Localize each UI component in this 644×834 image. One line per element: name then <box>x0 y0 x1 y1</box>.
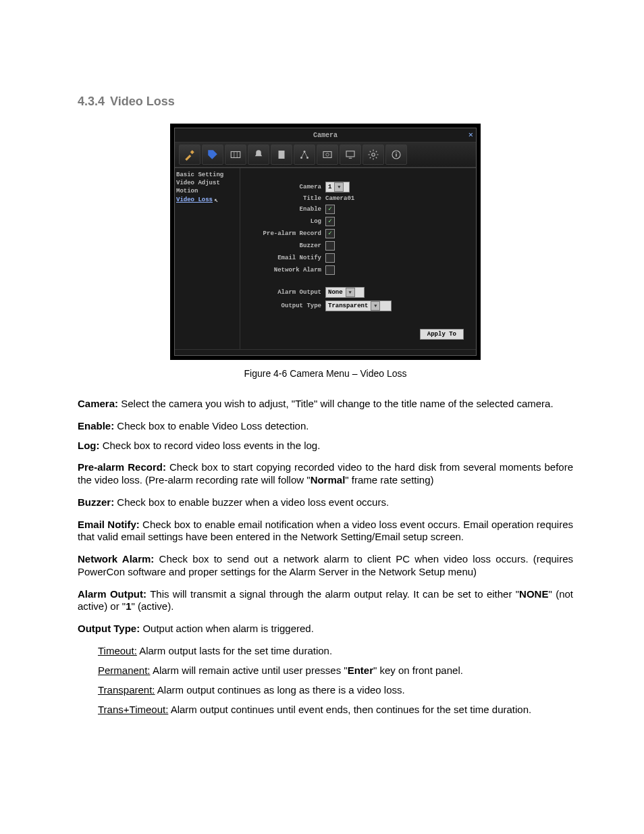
desc-buzzer-label: Buzzer: <box>78 496 114 508</box>
gear-icon[interactable] <box>363 145 384 165</box>
svg-rect-4 <box>279 151 285 159</box>
desc-alarmout-text1: This will transmit a signal through the … <box>146 588 519 600</box>
chevron-down-icon: ▼ <box>346 288 355 297</box>
desc-enable-label: Enable: <box>78 420 114 432</box>
label-enable: Enable <box>247 206 325 213</box>
close-icon[interactable]: ✕ <box>468 130 473 140</box>
settings-panel: Camera 1▼ Title Camera01 Enable ✓ Log ✓ <box>240 168 476 349</box>
svg-point-9 <box>326 153 329 157</box>
photo-icon[interactable] <box>317 145 338 165</box>
desc-enable-text: Check box to enable Video Loss detection… <box>114 420 308 432</box>
camera-select[interactable]: 1▼ <box>325 182 350 192</box>
bell-icon[interactable] <box>248 145 269 165</box>
email-checkbox[interactable] <box>325 253 335 263</box>
desc-alarmout-text3: " (active). <box>132 600 174 612</box>
monitor-icon[interactable] <box>340 145 361 165</box>
label-prealarm: Pre-alarm Record <box>247 230 325 237</box>
sub-timeout: Timeout: Alarm output lasts for the set … <box>98 645 573 656</box>
statusbar <box>175 349 476 355</box>
desc-prealarm-text2: " frame rate setting) <box>345 474 433 486</box>
prealarm-checkbox[interactable]: ✓ <box>325 229 335 238</box>
sub-permanent-enter: Enter <box>348 664 373 676</box>
desc-netalarm: Network Alarm: Check box to send out a n… <box>78 553 573 579</box>
sidebar-item-motion[interactable]: Motion <box>176 187 238 195</box>
output-type-value: Transparent <box>328 303 368 309</box>
titlebar: Camera ✕ <box>175 128 476 142</box>
desc-log: Log: Check box to record video loss even… <box>78 440 573 452</box>
label-log: Log <box>247 218 325 225</box>
desc-outtype: Output Type: Output action when alarm is… <box>78 623 573 635</box>
alarm-output-select[interactable]: None▼ <box>325 287 365 298</box>
svg-rect-8 <box>323 152 331 158</box>
desc-camera: Camera: Select the camera you wish to ad… <box>78 398 573 411</box>
desc-prealarm: Pre-alarm Record: Check box to start cop… <box>78 461 573 487</box>
sub-timeout-text: Alarm output lasts for the set time dura… <box>137 645 332 656</box>
label-title: Title <box>247 195 325 202</box>
figure-caption: Figure 4-6 Camera Menu – Video Loss <box>78 368 573 379</box>
chevron-down-icon: ▼ <box>371 301 380 311</box>
sidebar-item-basic-setting[interactable]: Basic Setting <box>176 171 238 179</box>
desc-buzzer: Buzzer: Check box to enable buzzer when … <box>78 496 573 509</box>
log-checkbox[interactable]: ✓ <box>325 217 335 226</box>
desc-netalarm-label: Network Alarm: <box>78 553 154 565</box>
sub-transtime: Trans+Timeout: Alarm output continues un… <box>98 704 573 715</box>
label-network: Network Alarm <box>247 267 325 273</box>
sidebar-item-video-adjust[interactable]: Video Adjust <box>176 179 238 187</box>
label-email: Email Notify <box>247 255 325 261</box>
section-title: Video Loss <box>110 95 175 108</box>
title-value: Camera01 <box>325 195 354 202</box>
svg-rect-10 <box>346 151 354 157</box>
tag-icon[interactable] <box>202 145 223 165</box>
wrench-icon[interactable] <box>179 145 200 165</box>
desc-camera-label: Camera: <box>78 398 118 409</box>
enable-checkbox[interactable]: ✓ <box>325 205 335 214</box>
buzzer-checkbox[interactable] <box>325 241 335 251</box>
desc-prealarm-label: Pre-alarm Record: <box>78 461 166 473</box>
label-buzzer: Buzzer <box>247 242 325 249</box>
label-alarm-output: Alarm Output <box>247 289 325 296</box>
desc-email-text: Check box to enable email notification w… <box>78 519 573 543</box>
doc-icon[interactable] <box>271 145 292 165</box>
section-heading: 4.3.4Video Loss <box>78 95 573 109</box>
desc-alarmout-none: NONE <box>519 588 548 600</box>
camera-window: Camera ✕ Basic Setting Video Adjust <box>174 128 477 356</box>
desc-prealarm-normal: Normal <box>311 474 346 486</box>
sidebar-item-label: Video Loss <box>176 197 213 203</box>
sub-permanent-text1: Alarm will remain active until user pres… <box>151 664 348 676</box>
desc-log-text: Check box to record video loss events in… <box>99 440 320 451</box>
sub-permanent-label: Permanent: <box>98 664 151 676</box>
sub-transtime-label: Trans+Timeout: <box>98 704 168 715</box>
desc-outtype-label: Output Type: <box>78 623 140 634</box>
desc-alarmout: Alarm Output: This will transmit a signa… <box>78 588 573 614</box>
sidebar: Basic Setting Video Adjust Motion Video … <box>175 168 240 349</box>
desc-outtype-text: Output action when alarm is triggered. <box>140 623 314 634</box>
cursor-icon: ↖ <box>214 196 218 205</box>
window-title: Camera <box>313 132 338 139</box>
sub-permanent: Permanent: Alarm will remain active unti… <box>98 664 573 676</box>
sub-transparent-label: Transparent: <box>98 684 155 696</box>
desc-alarmout-one: 1 <box>126 600 131 612</box>
grid-icon[interactable] <box>225 145 246 165</box>
sub-timeout-label: Timeout: <box>98 645 137 656</box>
embedded-screenshot: Camera ✕ Basic Setting Video Adjust <box>170 124 481 360</box>
desc-email: Email Notify: Check box to enable email … <box>78 519 573 544</box>
sub-permanent-text2: " key on front panel. <box>373 664 463 676</box>
svg-point-12 <box>372 153 375 157</box>
sub-transparent-text: Alarm output continues as long as there … <box>155 684 405 696</box>
toolbar <box>175 142 476 167</box>
info-icon[interactable] <box>385 145 407 165</box>
alarm-output-value: None <box>328 289 343 296</box>
chevron-down-icon: ▼ <box>334 182 344 192</box>
svg-rect-1 <box>231 152 240 158</box>
sub-transparent: Transparent: Alarm output continues as l… <box>98 684 573 696</box>
network-checkbox[interactable] <box>325 265 335 275</box>
svg-marker-0 <box>208 150 217 159</box>
section-number: 4.3.4 <box>78 95 105 108</box>
sub-transtime-text: Alarm output continues until event ends,… <box>168 704 531 715</box>
sidebar-item-video-loss[interactable]: Video Loss↖ <box>176 195 238 205</box>
network-icon[interactable] <box>294 145 315 165</box>
desc-alarmout-label: Alarm Output: <box>78 588 146 600</box>
output-type-select[interactable]: Transparent▼ <box>325 301 392 311</box>
apply-to-button[interactable]: Apply To <box>420 329 464 340</box>
camera-select-value: 1 <box>328 184 331 190</box>
